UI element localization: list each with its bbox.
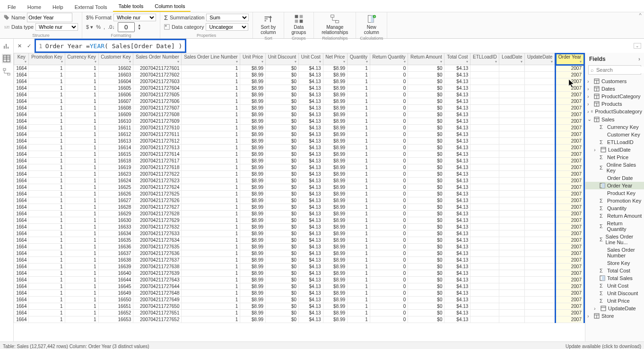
- cell[interactable]: 0: [370, 98, 408, 105]
- cell[interactable]: $8.99: [323, 98, 348, 105]
- cell[interactable]: [470, 118, 499, 125]
- cell[interactable]: $8.99: [323, 65, 348, 72]
- fields-column[interactable]: ΣNet Price: [585, 153, 644, 161]
- thousands-button[interactable]: ,: [104, 24, 105, 30]
- cell[interactable]: $8.99: [240, 217, 266, 224]
- fields-column[interactable]: ΣQuantity: [585, 204, 644, 212]
- cell[interactable]: [470, 270, 499, 277]
- cell[interactable]: 1: [182, 197, 240, 204]
- cell[interactable]: $0: [266, 197, 299, 204]
- cell[interactable]: [499, 151, 525, 158]
- column-header[interactable]: Unit Discount▾: [266, 53, 299, 65]
- cell[interactable]: [525, 184, 556, 191]
- cell[interactable]: 1: [348, 277, 370, 283]
- cell[interactable]: $8.99: [240, 264, 266, 270]
- cell[interactable]: $4.13: [299, 204, 323, 211]
- cell[interactable]: 2007: [556, 92, 584, 98]
- cell[interactable]: 1: [348, 310, 370, 316]
- cell[interactable]: 1: [182, 151, 240, 158]
- cell[interactable]: [499, 178, 525, 184]
- table-row[interactable]: 166411166072007042117276061$8.99$0$4.13$…: [14, 98, 584, 105]
- cell[interactable]: [525, 151, 556, 158]
- cell[interactable]: 0: [370, 264, 408, 270]
- cell[interactable]: 2007: [556, 244, 584, 250]
- cell[interactable]: [470, 277, 499, 283]
- fields-column[interactable]: ›LoadDate: [585, 146, 644, 153]
- cell[interactable]: 1: [65, 290, 98, 297]
- cell[interactable]: 16602: [98, 65, 133, 72]
- fields-table[interactable]: ›Dates: [585, 85, 644, 93]
- cell[interactable]: [525, 125, 556, 131]
- cell[interactable]: 2007: [556, 303, 584, 310]
- cell[interactable]: $0: [408, 316, 444, 323]
- cell[interactable]: 200704211727644: [133, 283, 182, 290]
- cell[interactable]: $0: [266, 85, 299, 92]
- cell[interactable]: $8.99: [240, 118, 266, 125]
- cell[interactable]: 1: [29, 184, 65, 191]
- cell[interactable]: 0: [370, 316, 408, 323]
- cell[interactable]: [470, 297, 499, 303]
- cell[interactable]: $0: [408, 303, 444, 310]
- cell[interactable]: 1: [29, 138, 65, 145]
- cell[interactable]: 1: [29, 72, 65, 78]
- cell[interactable]: $0: [408, 230, 444, 237]
- cell[interactable]: $8.99: [240, 290, 266, 297]
- cell[interactable]: 1: [29, 270, 65, 277]
- cell[interactable]: 1: [65, 191, 98, 197]
- cell[interactable]: 1664: [14, 250, 29, 257]
- cell[interactable]: 1: [348, 270, 370, 277]
- table-row[interactable]: 166411166532007042117276521$8.99$0$4.13$…: [14, 316, 584, 323]
- cell[interactable]: 200704211727634: [133, 237, 182, 244]
- cell[interactable]: 0: [370, 270, 408, 277]
- column-header[interactable]: ETLLoadID▾: [470, 53, 499, 65]
- cell[interactable]: [525, 178, 556, 184]
- cell[interactable]: 200704211727638: [133, 264, 182, 270]
- cell[interactable]: [470, 290, 499, 297]
- cell[interactable]: 1664: [14, 98, 29, 105]
- cell[interactable]: 1: [29, 316, 65, 323]
- cell[interactable]: 1: [65, 105, 98, 111]
- cell[interactable]: $0: [266, 264, 299, 270]
- cell[interactable]: 1: [65, 158, 98, 164]
- cell[interactable]: 1: [65, 310, 98, 316]
- cell[interactable]: $8.99: [323, 250, 348, 257]
- cell[interactable]: 2007: [556, 297, 584, 303]
- cell[interactable]: $8.99: [240, 78, 266, 85]
- cell[interactable]: $0: [408, 310, 444, 316]
- cell[interactable]: 1: [348, 303, 370, 310]
- cell[interactable]: 1664: [14, 138, 29, 145]
- cell[interactable]: 1: [65, 297, 98, 303]
- cell[interactable]: $0: [408, 197, 444, 204]
- cell[interactable]: $8.99: [323, 171, 348, 178]
- table-row[interactable]: 166411166262007042117276251$8.99$0$4.13$…: [14, 191, 584, 197]
- cell[interactable]: $8.99: [323, 72, 348, 78]
- fields-table[interactable]: ⌄Sales: [585, 115, 644, 123]
- cell[interactable]: 1: [65, 85, 98, 92]
- cell[interactable]: 2007: [556, 171, 584, 178]
- cell[interactable]: 16623: [98, 171, 133, 178]
- cell[interactable]: $8.99: [240, 211, 266, 217]
- cell[interactable]: [525, 118, 556, 125]
- cell[interactable]: 200704211727632: [133, 224, 182, 230]
- cell[interactable]: [525, 105, 556, 111]
- cell[interactable]: [499, 118, 525, 125]
- menu-tab-table-tools[interactable]: Table tools: [113, 1, 149, 12]
- cell[interactable]: 1: [65, 131, 98, 138]
- menu-tab-help[interactable]: Help: [47, 2, 69, 12]
- cell[interactable]: 16650: [98, 297, 133, 303]
- cell[interactable]: [499, 290, 525, 297]
- cell[interactable]: 1: [29, 111, 65, 118]
- cell[interactable]: 16605: [98, 85, 133, 92]
- cell[interactable]: 1: [65, 92, 98, 98]
- cell[interactable]: 1: [29, 164, 65, 171]
- cell[interactable]: 1664: [14, 217, 29, 224]
- cell[interactable]: $8.99: [323, 211, 348, 217]
- cell[interactable]: 16603: [98, 72, 133, 78]
- cell[interactable]: $0: [408, 290, 444, 297]
- cell[interactable]: 2007: [556, 138, 584, 145]
- cell[interactable]: $8.99: [240, 65, 266, 72]
- cell[interactable]: [525, 204, 556, 211]
- cell[interactable]: $4.13: [444, 118, 470, 125]
- fields-table[interactable]: ›Store: [585, 312, 644, 320]
- data-view-button[interactable]: [2, 54, 11, 63]
